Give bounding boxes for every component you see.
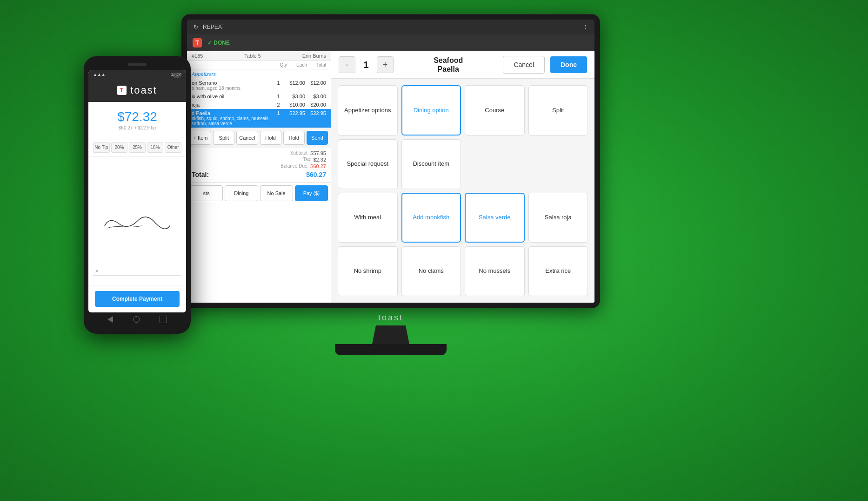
order-row-1[interactable]: on Serrano o ham, aged 18 months 1 $12.0… <box>187 79 331 92</box>
hold-button-2[interactable]: Hold <box>283 131 305 145</box>
item-name-4: d Paella nkfish, squid, shrimp, clams, m… <box>192 110 273 126</box>
home-nav-button[interactable] <box>133 316 140 323</box>
tip-18[interactable]: 18% <box>147 142 164 153</box>
order-row-4-active[interactable]: d Paella nkfish, squid, shrimp, clams, m… <box>187 109 331 128</box>
complete-payment-button[interactable]: Complete Payment <box>95 291 180 307</box>
no-sale-button[interactable]: No Sale <box>260 185 293 201</box>
more-dots-icon[interactable]: ⋮ <box>583 24 588 30</box>
split-button[interactable]: Split <box>213 131 234 145</box>
refresh-icon[interactable]: ↻ <box>194 24 198 30</box>
subtotal-row: Subtotal: $57.95 <box>192 150 326 156</box>
mod-no-mussels[interactable]: No mussels <box>465 246 525 296</box>
modifier-grid: Appetizer options Dining option Course S… <box>331 79 594 303</box>
item-sub-4: nkfish, squid, shrimp, clams, mussels, s… <box>192 116 273 126</box>
monitor-base <box>335 344 447 355</box>
pos-totals-section: Subtotal: $57.95 Tax: $2.32 Balance Due:… <box>187 148 331 182</box>
monitor-status-left: ↻ REPEAT <box>194 24 225 30</box>
order-row-3[interactable]: ioja 2 $10.00 $20.00 <box>187 101 331 109</box>
order-number: #185 <box>192 53 203 59</box>
done-status-label: ✓ DONE <box>207 40 230 46</box>
cancel-order-button[interactable]: Cancel <box>236 131 258 145</box>
mod-extra-rice[interactable]: Extra rice <box>528 246 588 296</box>
item-total-3: $20.00 <box>305 102 326 108</box>
qty-display: 1 <box>359 60 373 70</box>
modifier-done-button[interactable]: Done <box>550 56 587 73</box>
guests-button[interactable]: sts <box>190 185 223 201</box>
phone-amount-display: $72.32 <box>96 109 179 124</box>
monitor-frame: ↻ REPEAT ⋮ T ✓ DONE #185 Tabl <box>181 14 600 308</box>
tip-20[interactable]: 20% <box>111 142 128 153</box>
item-sub-1: o ham, aged 18 months <box>192 86 273 91</box>
pos-modifier-panel: - 1 + SeafoodPaella Cancel Done Appetize… <box>331 51 594 303</box>
mod-dining-option[interactable]: Dining option <box>401 85 461 135</box>
mod-appetizer-options[interactable]: Appetizer options <box>338 85 398 135</box>
mod-salsa-roja[interactable]: Salsa roja <box>528 193 588 243</box>
tax-value: $2.32 <box>313 157 326 162</box>
item-each-2: $3.00 <box>284 94 305 99</box>
mod-add-monkfish[interactable]: Add monkfish <box>401 193 461 243</box>
phone-amount-breakdown: $60.27 + $12.9 tip <box>96 125 179 130</box>
item-each-4: $22.95 <box>284 110 305 116</box>
server-name: Erin Burris <box>302 53 326 59</box>
subtotal-value: $57.95 <box>310 150 326 156</box>
mod-split[interactable]: Split <box>528 85 588 135</box>
total-label: Total: <box>192 171 209 178</box>
total-value: $60.27 <box>306 171 326 178</box>
monitor-status-right: ⋮ <box>583 24 588 30</box>
nfc-icon <box>170 69 183 82</box>
phone-screen: ▲▲▲ 12:30 T toast $72.32 $60.27 + $12.9 … <box>88 70 186 312</box>
phone-nav-bar <box>88 312 186 326</box>
item-qty-4: 1 <box>273 110 284 116</box>
pos-action-buttons: + Item Split Cancel Hold Hold Send <box>187 128 331 148</box>
modifier-cancel-button[interactable]: Cancel <box>503 56 545 74</box>
modifier-header: - 1 + SeafoodPaella Cancel Done <box>331 51 594 79</box>
phone-signature-area[interactable]: ✕ <box>88 157 186 285</box>
item-qty-2: 1 <box>273 94 284 99</box>
item-name-2: ix with olive oil <box>192 94 273 99</box>
item-each-3: $10.00 <box>284 102 305 108</box>
toast-logo-icon: T <box>193 38 202 47</box>
tip-other[interactable]: Other <box>165 142 181 153</box>
mod-with-meal[interactable]: With meal <box>338 193 398 243</box>
mod-discount-item[interactable]: Discount item <box>401 139 461 189</box>
back-nav-button[interactable] <box>107 316 113 323</box>
balance-label: Balance Due: <box>192 163 310 169</box>
dining-button[interactable]: Dining <box>225 185 258 201</box>
order-column-headers: Qty Each Total <box>187 61 331 69</box>
phone-toast-icon: T <box>117 86 127 95</box>
signature-line <box>93 275 181 276</box>
phone-amount-area: $72.32 $60.27 + $12.9 tip <box>88 102 186 138</box>
mod-empty-2 <box>528 139 588 189</box>
qty-minus-button[interactable]: - <box>339 56 355 73</box>
repeat-label[interactable]: REPEAT <box>203 24 225 30</box>
tip-25[interactable]: 25% <box>129 142 146 153</box>
pos-payment-buttons: sts Dining No Sale Pay ($) <box>187 182 331 204</box>
mod-no-clams[interactable]: No clams <box>401 246 461 296</box>
monitor: ↻ REPEAT ⋮ T ✓ DONE #185 Tabl <box>181 14 600 355</box>
qty-plus-button[interactable]: + <box>377 56 394 73</box>
item-name-3: ioja <box>192 102 273 108</box>
pay-button[interactable]: Pay ($) <box>295 185 328 201</box>
phone-frame: ▲▲▲ 12:30 T toast $72.32 $60.27 + $12.9 … <box>84 56 191 334</box>
mod-no-shrimp[interactable]: No shrimp <box>338 246 398 296</box>
balance-row: Balance Due: $60.27 <box>192 163 326 169</box>
tip-no-tip[interactable]: No Tip <box>93 142 110 153</box>
item-qty-1: 1 <box>273 80 284 86</box>
item-total-1: $12.00 <box>305 80 326 86</box>
each-col: Each <box>296 62 307 68</box>
phone-signal-icon: ▲▲▲ <box>93 72 106 77</box>
mod-course[interactable]: Course <box>465 85 525 135</box>
subtotal-label: Subtotal: <box>192 150 310 156</box>
phone-brand-label: toast <box>130 84 157 96</box>
phone-toast-logo-area: T toast <box>88 79 186 102</box>
send-button[interactable]: Send <box>307 131 328 145</box>
mod-salsa-verde[interactable]: Salsa verde <box>465 193 525 243</box>
recent-nav-button[interactable] <box>160 316 167 323</box>
mod-special-request[interactable]: Special request <box>338 139 398 189</box>
order-row-2[interactable]: ix with olive oil 1 $3.00 $3.00 <box>187 92 331 101</box>
tax-label: Tax: <box>192 157 313 162</box>
item-each-1: $12.00 <box>284 80 305 86</box>
item-name-1: on Serrano o ham, aged 18 months <box>192 80 273 91</box>
add-item-button[interactable]: + Item <box>190 131 211 145</box>
hold-button-1[interactable]: Hold <box>260 131 281 145</box>
